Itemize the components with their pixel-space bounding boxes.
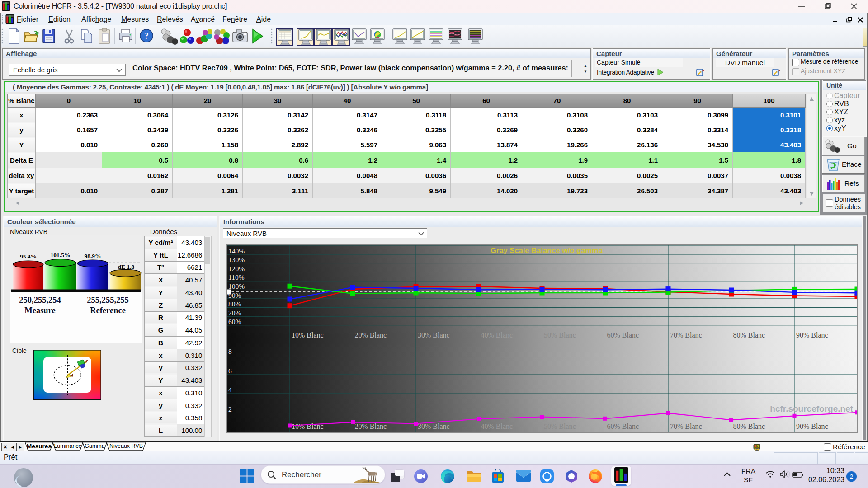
svg-text:40% Blanc: 40% Blanc: [481, 331, 513, 339]
svg-text:40% Blanc: 40% Blanc: [481, 422, 513, 430]
svg-text:130%: 130%: [228, 256, 245, 263]
svg-text:70%: 70%: [228, 309, 241, 317]
svg-text:98.9%: 98.9%: [84, 253, 101, 259]
svg-text:50% Blanc: 50% Blanc: [544, 331, 576, 339]
svg-text:Reference: Reference: [90, 306, 126, 315]
svg-text:80%: 80%: [228, 300, 241, 308]
svg-text:50% Blanc: 50% Blanc: [544, 422, 576, 430]
svg-text:60% Blanc: 60% Blanc: [607, 331, 639, 339]
svg-text:30% Blanc: 30% Blanc: [418, 331, 450, 339]
svg-text:10% Blanc: 10% Blanc: [292, 331, 324, 339]
svg-text:110%: 110%: [228, 273, 245, 281]
svg-text:90% Blanc: 90% Blanc: [796, 331, 828, 339]
svg-text:60% Blanc: 60% Blanc: [607, 422, 639, 430]
svg-text:255,255,255: 255,255,255: [87, 296, 129, 305]
svg-text:60%: 60%: [228, 318, 241, 325]
svg-text:100%: 100%: [228, 282, 245, 290]
svg-text:6: 6: [228, 367, 232, 375]
svg-text:80% Blanc: 80% Blanc: [733, 331, 765, 339]
svg-text:dE 1.8: dE 1.8: [118, 263, 135, 270]
svg-text:Gray Scale Balance w/o gamma: Gray Scale Balance w/o gamma: [491, 246, 603, 254]
svg-text:20% Blanc: 20% Blanc: [355, 422, 387, 430]
svg-text:95.4%: 95.4%: [20, 253, 37, 260]
svg-text:101.5%: 101.5%: [51, 252, 71, 258]
svg-text:80% Blanc: 80% Blanc: [733, 422, 765, 430]
svg-text:250,255,254: 250,255,254: [19, 296, 61, 305]
svg-text:30% Blanc: 30% Blanc: [418, 422, 450, 430]
svg-text:20% Blanc: 20% Blanc: [355, 331, 387, 339]
svg-text:?: ?: [144, 31, 149, 41]
svg-text:120%: 120%: [228, 265, 245, 272]
svg-text:8: 8: [228, 347, 232, 355]
svg-text:70% Blanc: 70% Blanc: [670, 422, 702, 430]
svg-text:2: 2: [228, 405, 232, 413]
svg-text:Measure: Measure: [24, 306, 56, 315]
svg-text:4: 4: [228, 386, 232, 394]
svg-text:90% Blanc: 90% Blanc: [796, 422, 828, 430]
svg-text:hcfr.sourceforge.net: hcfr.sourceforge.net: [770, 404, 853, 413]
svg-text:140%: 140%: [228, 247, 245, 255]
svg-text:70% Blanc: 70% Blanc: [670, 331, 702, 339]
